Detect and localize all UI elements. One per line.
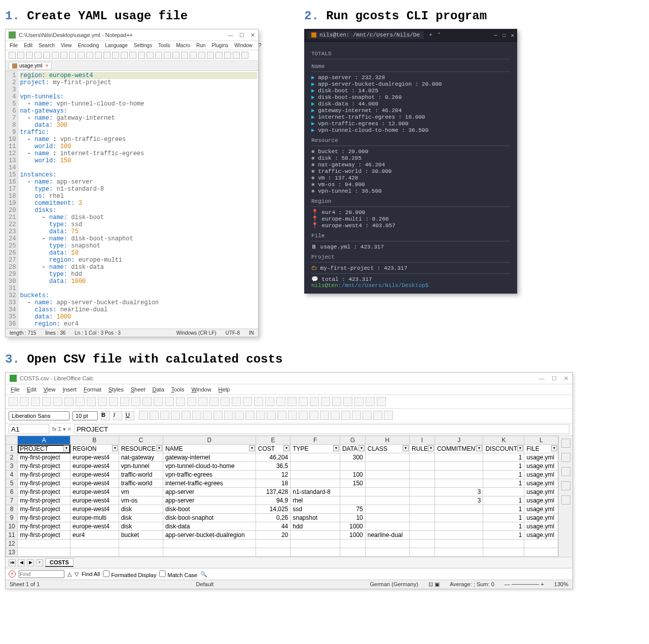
col-header-D[interactable]: D <box>163 436 256 445</box>
cell[interactable] <box>70 548 119 557</box>
libre-toolbar-button[interactable] <box>53 397 62 406</box>
cell[interactable] <box>435 479 483 488</box>
cell[interactable] <box>483 548 524 557</box>
cell[interactable] <box>340 496 365 505</box>
code-line[interactable]: type: snapshot <box>20 242 257 249</box>
font-size-input[interactable] <box>73 411 98 420</box>
npp-toolbar-button[interactable] <box>215 52 223 59</box>
code-line[interactable]: world: 100 <box>20 143 257 150</box>
cell[interactable]: 3 <box>435 488 483 496</box>
cell[interactable]: ssd <box>291 505 340 514</box>
libre-fmt-button[interactable] <box>320 411 329 420</box>
find-all-button[interactable]: Find All <box>82 571 100 577</box>
cell[interactable] <box>340 548 365 557</box>
cell[interactable] <box>119 548 163 557</box>
cell[interactable]: my-first-project <box>18 514 70 522</box>
cell[interactable]: 137,428 <box>256 488 291 496</box>
libre-toolbar-button[interactable] <box>87 397 96 406</box>
match-case-checkbox[interactable]: Match Case <box>159 570 197 578</box>
side-properties-icon[interactable] <box>561 439 570 448</box>
row-header[interactable]: 8 <box>6 505 18 514</box>
filter-dropdown-icon[interactable]: ▾ <box>112 445 118 451</box>
npp-toolbar-button[interactable] <box>17 52 24 59</box>
libre-toolbar-button[interactable] <box>131 397 140 406</box>
libre-menu-format[interactable]: Format <box>84 386 101 392</box>
filter-dropdown-icon[interactable]: ▾ <box>358 445 365 451</box>
cell[interactable] <box>410 479 435 488</box>
cell[interactable] <box>291 531 340 540</box>
code-line[interactable]: nat-gateways: <box>20 108 257 115</box>
code-line[interactable]: data: 300 <box>20 122 257 129</box>
libre-menu-sheet[interactable]: Sheet <box>131 386 146 392</box>
libre-menubar[interactable]: FileEditViewInsertFormatStylesSheetDataT… <box>6 384 572 395</box>
code-line[interactable]: world: 150 <box>20 157 257 164</box>
cell[interactable]: 1 <box>483 522 524 531</box>
code-line[interactable]: - name: disk-data <box>20 264 257 271</box>
libre-toolbar-button[interactable] <box>98 397 107 406</box>
row-header[interactable]: 1 <box>6 445 18 453</box>
libre-toolbar-button[interactable] <box>232 397 241 406</box>
cell[interactable]: disk <box>119 514 163 522</box>
code-line[interactable]: os: rhel <box>20 193 257 200</box>
code-line[interactable] <box>20 164 257 171</box>
libre-fmt-button[interactable] <box>235 411 244 420</box>
libre-fmt-button[interactable] <box>299 411 308 420</box>
code-line[interactable]: vpn-tunnels: <box>20 93 257 100</box>
cell[interactable] <box>291 462 340 471</box>
cell[interactable]: my-first-project <box>18 471 70 479</box>
libre-toolbar-button[interactable] <box>165 397 174 406</box>
cell[interactable] <box>365 514 409 522</box>
cell[interactable]: europe-west4 <box>70 471 119 479</box>
maximize-icon[interactable]: ☐ <box>239 32 244 39</box>
cell[interactable] <box>340 488 365 496</box>
cell[interactable]: usage.yml <box>524 471 558 479</box>
cell[interactable] <box>291 479 340 488</box>
sheet-tabs[interactable]: ⏮ ◀ ▶ + COSTS <box>6 557 572 568</box>
bold-button[interactable]: B <box>101 411 110 420</box>
libre-toolbar-button[interactable] <box>366 397 375 406</box>
filter-header[interactable]: DATA▾ <box>340 445 365 453</box>
npp-menu-edit[interactable]: Edit <box>24 43 32 48</box>
libre-fmt-button[interactable] <box>224 411 233 420</box>
code-line[interactable]: data: 1000 <box>20 278 257 285</box>
code-line[interactable]: - name: disk-boot-snaphot <box>20 235 257 242</box>
libre-fmt-button[interactable] <box>139 411 148 420</box>
cell[interactable]: 10 <box>340 514 365 522</box>
filter-header[interactable]: FILE▾ <box>524 445 558 453</box>
libre-fmt-button[interactable] <box>150 411 159 420</box>
code-line[interactable]: - name : internet-traffic-egrees <box>20 150 257 157</box>
sheet-tab-costs[interactable]: COSTS <box>45 558 74 567</box>
find-prev-icon[interactable]: △ <box>67 571 71 578</box>
col-header-L[interactable]: L <box>524 436 558 445</box>
find-close-icon[interactable]: × <box>9 570 16 578</box>
filter-dropdown-icon[interactable]: ▾ <box>551 445 557 451</box>
npp-toolbar-button[interactable] <box>103 52 111 59</box>
terminal-maximize-icon[interactable]: ☐ <box>502 32 506 39</box>
libre-toolbar-button[interactable] <box>276 397 285 406</box>
npp-toolbar-button[interactable] <box>26 52 33 59</box>
cell[interactable]: usage.yml <box>524 514 558 522</box>
libre-main-toolbar[interactable] <box>6 395 572 409</box>
filter-dropdown-icon[interactable]: ▾ <box>156 445 162 451</box>
row-header[interactable]: 11 <box>6 531 18 540</box>
code-line[interactable] <box>20 86 257 93</box>
cell[interactable]: disk-boot-snaphot <box>163 514 256 522</box>
cell[interactable]: 0,26 <box>256 514 291 522</box>
spreadsheet-grid[interactable]: ABCDEFGHIJKL1PROJECT▾REGION▾RESOURCE▾NAM… <box>6 436 558 557</box>
cell[interactable]: europe-west4 <box>70 496 119 505</box>
libre-toolbar-button[interactable] <box>377 397 386 406</box>
cell[interactable]: my-first-project <box>18 496 70 505</box>
terminal-output[interactable]: TOTALS Nameapp-server : 232.328app-serve… <box>304 42 517 294</box>
side-navigator-icon[interactable] <box>561 481 570 490</box>
sidebar-tabs[interactable] <box>558 436 572 557</box>
cell[interactable]: 1000 <box>340 531 365 540</box>
cell[interactable] <box>410 548 435 557</box>
cell[interactable]: europe-west4 <box>70 462 119 471</box>
npp-toolbar-button[interactable] <box>43 52 50 59</box>
filter-dropdown-icon[interactable]: ▾ <box>517 445 523 451</box>
code-line[interactable]: - name: gateway-internet <box>20 115 257 122</box>
filter-dropdown-icon[interactable]: ▾ <box>428 445 434 451</box>
cell[interactable]: usage.yml <box>524 453 558 462</box>
find-input[interactable] <box>19 570 64 578</box>
cell[interactable]: 1 <box>483 479 524 488</box>
